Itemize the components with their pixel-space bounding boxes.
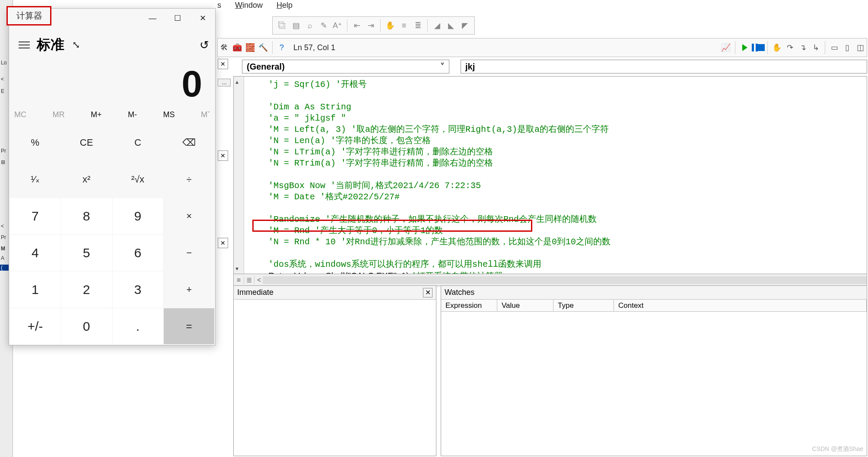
hand2-icon[interactable]: ✋ bbox=[770, 41, 783, 54]
stop-button[interactable] bbox=[758, 44, 765, 51]
window3-icon[interactable]: ◫ bbox=[854, 41, 867, 54]
menu-item-s[interactable]: s bbox=[217, 1, 221, 14]
key-backspace[interactable]: ⌫ bbox=[164, 125, 214, 160]
key-equals[interactable]: = bbox=[164, 308, 214, 344]
view-full-icon[interactable]: ≡ bbox=[234, 276, 244, 284]
bookmark-next-icon[interactable]: ◣ bbox=[445, 19, 457, 32]
history-icon[interactable]: ↺ bbox=[200, 38, 209, 52]
watch-col-type[interactable]: Type bbox=[553, 300, 614, 311]
key-6[interactable]: 6 bbox=[113, 235, 163, 271]
find-icon[interactable]: ⌕ bbox=[304, 19, 316, 32]
close-pane-button-3[interactable]: ✕ bbox=[218, 238, 228, 248]
help-icon[interactable]: ? bbox=[275, 41, 288, 54]
procedure-dropdown-value: jkj bbox=[465, 62, 475, 72]
ide-menubar: s Window Help bbox=[217, 1, 293, 14]
hand-icon[interactable]: ✋ bbox=[384, 19, 396, 32]
calc-title-highlight: 计算器 bbox=[6, 6, 51, 26]
mem-mlist[interactable]: Mˇ bbox=[201, 110, 210, 119]
hamburger-icon[interactable] bbox=[15, 37, 33, 53]
copy-icon[interactable]: ⿻ bbox=[276, 19, 288, 32]
immediate-title: Immediate bbox=[237, 288, 273, 297]
watch-col-context[interactable]: Context bbox=[614, 300, 867, 311]
key-8[interactable]: 8 bbox=[61, 198, 112, 234]
calc-display: 0 bbox=[9, 54, 215, 108]
mem-mminus[interactable]: M- bbox=[128, 110, 137, 119]
immediate-body[interactable] bbox=[234, 300, 436, 456]
close-pane-button[interactable]: ✕ bbox=[218, 59, 228, 69]
code-editor[interactable]: ▴ ▾ 'j = Sqr(16) '开根号 'Dim a As String '… bbox=[233, 76, 867, 274]
bookmark-icon[interactable]: ◢ bbox=[431, 19, 443, 32]
ide-toolbar-main: 🛠 🧰 🧱 🔨 ? Ln 57, Col 1 📈 ✋ ↷ ↴ ↳ ▭ ▯ ◫ bbox=[217, 38, 867, 57]
tool3-icon[interactable]: 🧱 bbox=[244, 41, 257, 54]
immediate-panel: Immediate ✕ bbox=[233, 285, 436, 456]
chart-icon[interactable]: 📈 bbox=[719, 41, 732, 54]
mem-ms[interactable]: MS bbox=[163, 110, 175, 119]
watches-body[interactable] bbox=[441, 312, 867, 456]
close-pane-button-2[interactable]: ✕ bbox=[218, 150, 228, 161]
key-minus[interactable]: − bbox=[164, 235, 214, 271]
bookmark-clear-icon[interactable]: ◤ bbox=[459, 19, 471, 32]
code-bottom-bar: ≡ ≣ < bbox=[233, 274, 867, 286]
key-sqrt[interactable]: ²√x bbox=[113, 161, 163, 197]
watches-header-row: Expression Value Type Context bbox=[441, 300, 867, 312]
code-hscrollbar[interactable] bbox=[263, 276, 867, 284]
tool4-icon[interactable]: 🔨 bbox=[257, 41, 270, 54]
key-negate[interactable]: +/- bbox=[10, 308, 60, 344]
key-1[interactable]: 1 bbox=[10, 272, 60, 307]
run-button[interactable] bbox=[742, 44, 747, 51]
list2-icon[interactable]: ≣ bbox=[412, 19, 424, 32]
watermark: CSDN @煮酒Shae bbox=[812, 445, 863, 453]
object-dropdown-value: (General) bbox=[247, 62, 285, 72]
key-percent[interactable]: % bbox=[10, 125, 60, 160]
watch-col-expression[interactable]: Expression bbox=[441, 300, 497, 311]
text-icon[interactable]: A⁺ bbox=[331, 19, 343, 32]
mem-mr[interactable]: MR bbox=[52, 110, 64, 119]
watch-col-value[interactable]: Value bbox=[497, 300, 553, 311]
key-0[interactable]: 0 bbox=[61, 308, 112, 344]
step-over-icon[interactable]: ↷ bbox=[783, 41, 796, 54]
mem-mc[interactable]: MC bbox=[14, 110, 26, 119]
object-dropdown[interactable]: (General) ˅ bbox=[242, 60, 449, 74]
key-square[interactable]: x² bbox=[61, 161, 112, 197]
key-c[interactable]: C bbox=[113, 125, 163, 160]
list-icon[interactable]: ≡ bbox=[398, 19, 410, 32]
key-2[interactable]: 2 bbox=[61, 272, 112, 307]
window2-icon[interactable]: ▯ bbox=[841, 41, 854, 54]
indent-left-icon[interactable]: ⇤ bbox=[351, 19, 363, 32]
key-9[interactable]: 9 bbox=[113, 198, 163, 234]
keep-on-top-icon[interactable]: ⤡ bbox=[72, 39, 80, 51]
window-maximize-button[interactable]: ☐ bbox=[165, 9, 190, 28]
window1-icon[interactable]: ▭ bbox=[828, 41, 841, 54]
procedure-dropdown[interactable]: jkj bbox=[461, 60, 867, 74]
pane-tab-1[interactable]: … bbox=[218, 79, 231, 86]
calc-mode-label: 标准 bbox=[37, 35, 64, 54]
pause-button[interactable] bbox=[752, 44, 758, 51]
key-reciprocal[interactable]: ¹⁄ₓ bbox=[10, 161, 60, 197]
code-vscrollbar[interactable]: ▴ ▾ bbox=[234, 77, 244, 274]
tool2-icon[interactable]: 🧰 bbox=[231, 41, 244, 54]
key-divide[interactable]: ÷ bbox=[164, 161, 214, 197]
window-minimize-button[interactable]: — bbox=[140, 9, 165, 28]
key-ce[interactable]: CE bbox=[61, 125, 112, 160]
key-5[interactable]: 5 bbox=[61, 235, 112, 271]
watches-title: Watches bbox=[445, 288, 474, 297]
key-multiply[interactable]: × bbox=[164, 198, 214, 234]
key-4[interactable]: 4 bbox=[10, 235, 60, 271]
view-proc-icon[interactable]: ≣ bbox=[244, 276, 254, 284]
step-out-icon[interactable]: ↳ bbox=[809, 41, 822, 54]
immediate-close-button[interactable]: ✕ bbox=[423, 288, 432, 297]
tool1-icon[interactable]: 🛠 bbox=[218, 41, 231, 54]
key-3[interactable]: 3 bbox=[113, 272, 163, 307]
key-7[interactable]: 7 bbox=[10, 198, 60, 234]
mem-mplus[interactable]: M+ bbox=[91, 110, 102, 119]
paste-icon[interactable]: ▤ bbox=[290, 19, 302, 32]
step-into-icon[interactable]: ↴ bbox=[796, 41, 809, 54]
menu-item-window[interactable]: Window bbox=[235, 1, 263, 14]
menu-item-help[interactable]: Help bbox=[277, 1, 293, 14]
indent-right-icon[interactable]: ⇥ bbox=[365, 19, 377, 32]
replace-icon[interactable]: ✎ bbox=[318, 19, 330, 32]
key-dot[interactable]: . bbox=[113, 308, 163, 344]
window-close-button[interactable]: ✕ bbox=[190, 9, 215, 28]
key-plus[interactable]: + bbox=[164, 272, 214, 307]
code-body[interactable]: 'j = Sqr(16) '开根号 'Dim a As String 'a = … bbox=[244, 77, 867, 274]
